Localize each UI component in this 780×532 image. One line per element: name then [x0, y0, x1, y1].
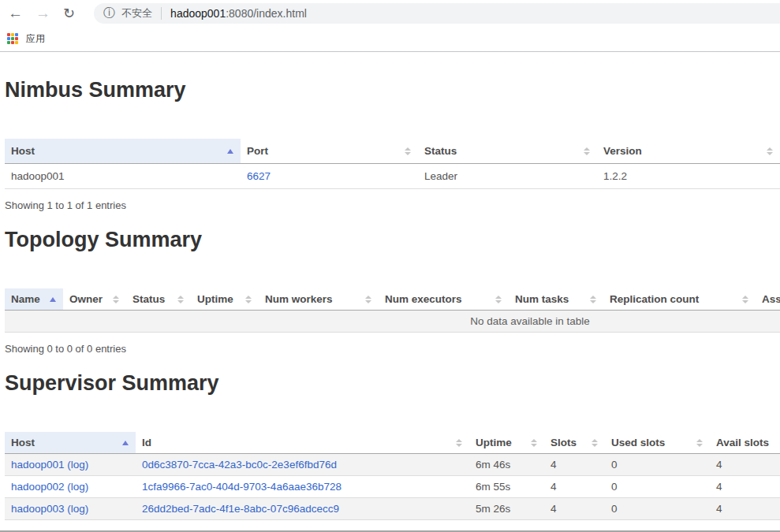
- address-separator: [161, 7, 162, 20]
- table-cell: 26dd2bed-7adc-4f1e-8abc-07c96adcecc9: [136, 498, 469, 520]
- back-icon[interactable]: ←: [8, 6, 23, 20]
- table-cell: 6m 46s: [469, 454, 544, 476]
- topology-header-row: NameOwnerStatusUptimeNum workersNum exec…: [5, 288, 780, 311]
- column-header-assigned-mem-mb-[interactable]: Assigned Mem (MB): [756, 288, 780, 311]
- column-label: Num tasks: [515, 293, 569, 305]
- table-cell: 4: [710, 498, 780, 520]
- column-header-num-workers[interactable]: Num workers: [259, 288, 379, 311]
- topology-summary-section: Topology Summary NameOwnerStatusUptimeNu…: [5, 228, 780, 355]
- table-row: hadoop002 (log)1cfa9966-7ac0-404d-9703-4…: [5, 476, 780, 498]
- column-label: Host: [11, 145, 35, 157]
- topology-entries-info: Showing 0 to 0 of 0 entries: [5, 343, 780, 355]
- column-label: Num workers: [265, 293, 333, 305]
- sort-ascending-icon: [227, 149, 233, 154]
- column-label: Owner: [69, 293, 103, 305]
- table-cell: 4: [710, 454, 780, 476]
- apps-grid-icon[interactable]: [7, 33, 18, 44]
- sort-icon: [365, 295, 371, 304]
- table-cell: hadoop001: [5, 164, 241, 189]
- sort-icon: [531, 438, 537, 448]
- column-header-host[interactable]: Host: [5, 432, 136, 454]
- supervisor-summary-title: Supervisor Summary: [5, 371, 780, 396]
- cell-link[interactable]: hadoop003 (log): [11, 503, 88, 515]
- table-cell: 4: [710, 476, 780, 498]
- column-header-num-executors[interactable]: Num executors: [379, 288, 509, 311]
- security-label[interactable]: 不安全: [121, 6, 152, 20]
- nimbus-summary-table: HostPortStatusVersion hadoop0016627Leade…: [5, 139, 780, 189]
- forward-icon: →: [35, 6, 50, 20]
- column-header-port[interactable]: Port: [241, 139, 418, 164]
- column-label: Status: [424, 145, 457, 157]
- nimbus-entries-info: Showing 1 to 1 of 1 entries: [5, 199, 780, 211]
- column-header-name[interactable]: Name: [5, 288, 63, 311]
- column-header-id[interactable]: Id: [136, 432, 469, 454]
- sort-ascending-icon: [122, 441, 129, 445]
- table-cell: 0: [605, 498, 710, 520]
- sort-icon: [742, 295, 748, 304]
- column-header-used-slots[interactable]: Used slots: [605, 432, 710, 454]
- column-header-replication-count[interactable]: Replication count: [603, 288, 756, 311]
- column-header-status[interactable]: Status: [126, 288, 191, 311]
- table-row: hadoop0016627Leader1.2.2: [5, 164, 780, 189]
- table-cell: 4: [544, 498, 605, 520]
- table-cell: hadoop002 (log): [5, 476, 136, 498]
- column-header-version[interactable]: Version: [597, 139, 780, 164]
- table-cell: Leader: [418, 164, 597, 189]
- column-header-uptime[interactable]: Uptime: [469, 432, 544, 454]
- column-header-avail-slots[interactable]: Avail slots: [710, 432, 780, 454]
- table-cell: 4: [544, 454, 605, 476]
- column-header-host[interactable]: Host: [5, 139, 241, 164]
- supervisor-table-wrap: HostIdUptimeSlotsUsed slotsAvail slots h…: [5, 432, 780, 520]
- column-header-status[interactable]: Status: [418, 139, 597, 164]
- sort-icon: [405, 147, 411, 156]
- column-label: Port: [247, 145, 268, 157]
- sort-icon: [590, 295, 596, 304]
- sort-ascending-icon: [50, 297, 56, 302]
- column-label: Slots: [550, 437, 577, 448]
- sort-icon: [177, 295, 184, 304]
- sort-icon: [245, 295, 252, 304]
- table-cell: 1.2.2: [597, 164, 780, 189]
- cell-link[interactable]: 0d6c3870-7cca-42a3-bc0c-2e3ef6fbd76d: [142, 459, 337, 471]
- sort-icon: [696, 438, 703, 448]
- column-label: Num executors: [385, 293, 462, 305]
- column-header-owner[interactable]: Owner: [63, 288, 126, 311]
- table-cell: 5m 26s: [469, 498, 544, 520]
- nimbus-summary-title: Nimbus Summary: [5, 78, 780, 102]
- table-cell: 0d6c3870-7cca-42a3-bc0c-2e3ef6fbd76d: [136, 454, 469, 476]
- table-cell: 4: [544, 476, 605, 498]
- apps-shortcut-label[interactable]: 应用: [26, 32, 45, 46]
- column-header-num-tasks[interactable]: Num tasks: [509, 288, 603, 311]
- column-header-uptime[interactable]: Uptime: [191, 288, 259, 311]
- topology-summary-table: NameOwnerStatusUptimeNum workersNum exec…: [5, 288, 780, 333]
- column-label: Used slots: [611, 437, 665, 448]
- cell-link[interactable]: hadoop002 (log): [11, 481, 88, 493]
- reload-icon[interactable]: ↻: [63, 6, 75, 20]
- column-label: Uptime: [197, 293, 233, 305]
- cell-link[interactable]: 1cfa9966-7ac0-404d-9703-4a6aae36b728: [142, 481, 341, 493]
- column-label: Assigned Mem (MB): [762, 293, 780, 305]
- supervisor-header-row: HostIdUptimeSlotsUsed slotsAvail slots: [5, 432, 780, 454]
- table-cell: 1cfa9966-7ac0-404d-9703-4a6aae36b728: [136, 476, 469, 498]
- column-label: Status: [132, 293, 165, 305]
- nimbus-header-row: HostPortStatusVersion: [5, 139, 780, 164]
- storm-ui-page: Nimbus Summary HostPortStatusVersion had…: [0, 78, 780, 520]
- column-label: Id: [142, 437, 151, 448]
- info-icon[interactable]: ⓘ: [103, 6, 115, 20]
- supervisor-summary-table: HostIdUptimeSlotsUsed slotsAvail slots h…: [5, 432, 780, 520]
- table-cell: 0: [605, 476, 710, 498]
- nimbus-summary-section: Nimbus Summary HostPortStatusVersion had…: [5, 78, 780, 211]
- table-cell: 0: [605, 454, 710, 476]
- address-bar[interactable]: ⓘ 不安全 hadoop001:8080/index.html: [94, 3, 780, 24]
- cell-link[interactable]: 26dd2bed-7adc-4f1e-8abc-07c96adcecc9: [142, 503, 339, 515]
- url-host: hadoop001: [170, 7, 226, 20]
- column-header-slots[interactable]: Slots: [544, 432, 605, 454]
- sort-icon: [592, 438, 598, 448]
- sort-icon: [767, 147, 773, 156]
- supervisor-summary-section: Supervisor Summary HostIdUptimeSlotsUsed…: [5, 371, 780, 520]
- table-cell: hadoop003 (log): [5, 498, 136, 520]
- cell-link[interactable]: 6627: [247, 170, 271, 182]
- sort-icon: [113, 295, 119, 304]
- cell-link[interactable]: hadoop001 (log): [11, 459, 88, 471]
- table-cell: hadoop001 (log): [5, 454, 136, 476]
